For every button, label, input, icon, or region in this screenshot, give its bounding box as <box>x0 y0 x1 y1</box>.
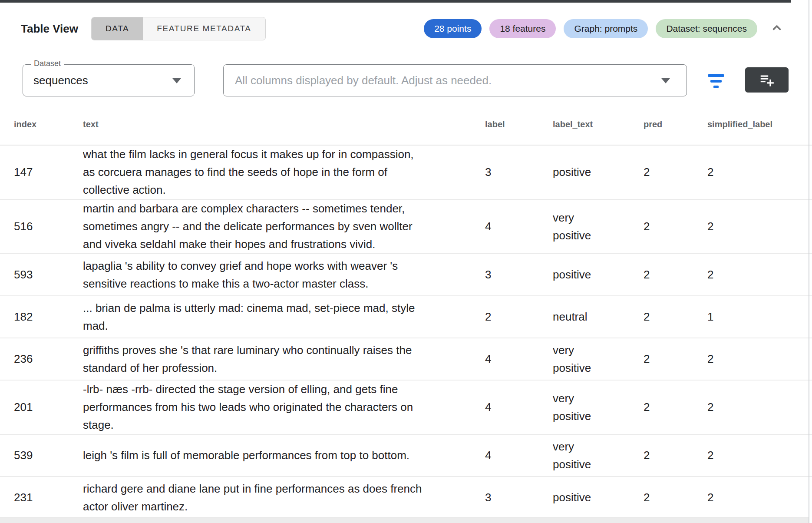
cell-index-value: 539 <box>14 449 33 462</box>
column-header-index[interactable]: index <box>0 119 83 129</box>
cell-simplified_label-value: 2 <box>707 491 713 504</box>
cell-label: 3 <box>485 266 553 284</box>
cell-text: martin and barbara are complex character… <box>83 200 485 253</box>
cell-text-value: ... brian de palma is utterly mad: cinem… <box>83 299 425 335</box>
cell-pred: 2 <box>644 489 707 506</box>
cell-index: 182 <box>0 308 83 326</box>
cell-text-value: griffiths proves she 's that rare lumina… <box>83 341 425 377</box>
cell-label: 4 <box>485 447 553 464</box>
cell-simplified_label: 2 <box>707 266 812 284</box>
cell-simplified_label: 2 <box>707 218 812 235</box>
cell-text: lapaglia 's ability to convey grief and … <box>83 257 485 293</box>
top-toolbar-edge <box>0 0 791 3</box>
cell-text: richard gere and diane lane put in fine … <box>83 480 485 516</box>
cell-label_text-value: positive <box>553 163 591 181</box>
cell-pred: 2 <box>644 447 707 464</box>
cell-label-value: 4 <box>485 220 491 233</box>
cell-text-value: -lrb- næs -rrb- directed the stage versi… <box>83 381 425 434</box>
cell-simplified_label: 1 <box>707 308 812 326</box>
page-title: Table View <box>21 22 78 36</box>
dataset-select-value: sequences <box>33 74 88 87</box>
table-body: 147what the film lacks in general focus … <box>0 146 812 517</box>
cell-pred-value: 2 <box>644 166 650 179</box>
cell-text: ... brian de palma is utterly mad: cinem… <box>83 299 485 335</box>
cell-label: 4 <box>485 398 553 416</box>
cell-label_text: very positive <box>553 209 644 245</box>
cell-label-value: 3 <box>485 491 491 504</box>
table-row[interactable]: 539leigh 's film is full of memorable pe… <box>0 435 812 477</box>
cell-simplified_label-value: 1 <box>707 310 713 323</box>
cell-text-value: lapaglia 's ability to convey grief and … <box>83 257 425 293</box>
columns-select[interactable]: All columns displayed by default. Adjust… <box>223 64 687 96</box>
cell-simplified_label-value: 2 <box>707 166 713 179</box>
dropdown-arrow-icon <box>661 78 670 83</box>
cell-pred: 2 <box>644 163 707 181</box>
cell-label_text: positive <box>553 489 644 506</box>
cell-pred-value: 2 <box>644 491 650 504</box>
view-tabs: DATA FEATURE METADATA <box>91 17 266 40</box>
dataset-select[interactable]: Dataset sequences <box>23 64 195 96</box>
panel-right-border <box>809 0 809 523</box>
cell-label_text-value: neutral <box>553 308 588 326</box>
chevron-up-icon <box>770 21 784 36</box>
cell-label-value: 4 <box>485 352 491 365</box>
columns-select-placeholder: All columns displayed by default. Adjust… <box>235 74 492 87</box>
tab-feature-metadata[interactable]: FEATURE METADATA <box>143 17 265 40</box>
column-header-pred[interactable]: pred <box>644 119 707 129</box>
column-header-text[interactable]: text <box>83 119 485 129</box>
column-header-simplified-label[interactable]: simplified_label <box>707 119 812 129</box>
cell-simplified_label: 2 <box>707 350 812 368</box>
table-row[interactable]: 147what the film lacks in general focus … <box>0 146 812 200</box>
table-row[interactable]: 182... brian de palma is utterly mad: ci… <box>0 296 812 338</box>
cell-index-value: 201 <box>14 401 33 414</box>
table-view-panel: Table View DATA FEATURE METADATA 28 poin… <box>0 0 812 523</box>
cell-simplified_label-value: 2 <box>707 220 713 233</box>
cell-label-value: 3 <box>485 166 491 179</box>
tab-data[interactable]: DATA <box>92 17 143 40</box>
status-chip[interactable]: Dataset: sequences <box>656 19 757 38</box>
cell-index: 201 <box>0 398 83 416</box>
cell-label_text-value: very positive <box>553 209 605 245</box>
collapse-button[interactable] <box>769 21 784 36</box>
cell-label_text-value: positive <box>553 489 591 506</box>
cell-label-value: 3 <box>485 268 491 281</box>
cell-pred-value: 2 <box>644 401 650 414</box>
cell-index: 236 <box>0 350 83 368</box>
column-header-label[interactable]: label <box>485 119 553 129</box>
horizontal-scrollbar[interactable] <box>0 517 809 523</box>
playlist-add-icon <box>759 71 775 89</box>
cell-index: 593 <box>0 266 83 284</box>
add-columns-button[interactable] <box>745 67 789 93</box>
cell-label_text-value: very positive <box>553 390 605 425</box>
status-chip[interactable]: 28 points <box>424 19 482 38</box>
cell-pred-value: 2 <box>644 449 650 462</box>
table-row[interactable]: 201-lrb- næs -rrb- directed the stage ve… <box>0 381 812 435</box>
status-chip[interactable]: 18 features <box>489 19 556 38</box>
cell-label_text-value: very positive <box>553 341 605 377</box>
table-row[interactable]: 516martin and barbara are complex charac… <box>0 200 812 254</box>
cell-index-value: 231 <box>14 491 33 504</box>
cell-label: 4 <box>485 218 553 235</box>
cell-pred-value: 2 <box>644 352 650 365</box>
cell-text-value: leigh 's film is full of memorable perfo… <box>83 447 409 464</box>
cell-label-value: 4 <box>485 401 491 414</box>
cell-simplified_label-value: 2 <box>707 449 713 462</box>
cell-pred: 2 <box>644 398 707 416</box>
filter-icon <box>708 74 724 88</box>
cell-label_text-value: positive <box>553 266 591 284</box>
cell-text: griffiths proves she 's that rare lumina… <box>83 341 485 377</box>
cell-label_text: very positive <box>553 341 644 377</box>
table-row[interactable]: 236griffiths proves she 's that rare lum… <box>0 338 812 381</box>
cell-index-value: 593 <box>14 268 33 281</box>
status-chip[interactable]: Graph: prompts <box>564 19 648 38</box>
cell-index-value: 516 <box>14 220 33 233</box>
cell-text: leigh 's film is full of memorable perfo… <box>83 447 485 464</box>
cell-pred-value: 2 <box>644 220 650 233</box>
table-row[interactable]: 593lapaglia 's ability to convey grief a… <box>0 254 812 296</box>
cell-label: 3 <box>485 489 553 506</box>
table-row[interactable]: 231richard gere and diane lane put in fi… <box>0 477 812 517</box>
cell-text-value: richard gere and diane lane put in fine … <box>83 480 425 516</box>
filter-columns-button[interactable] <box>706 71 726 91</box>
table-view-header: Table View DATA FEATURE METADATA 28 poin… <box>0 9 809 49</box>
column-header-label-text[interactable]: label_text <box>553 119 644 129</box>
